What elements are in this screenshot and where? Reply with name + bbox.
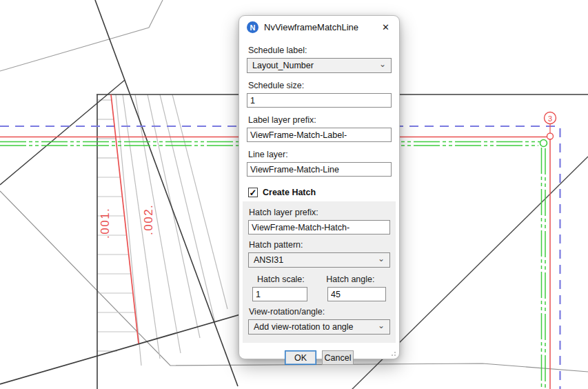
ok-button[interactable]: OK <box>285 350 316 365</box>
hatch-scale-label: Hatch scale: <box>257 275 310 284</box>
line-layer-input[interactable] <box>247 162 392 177</box>
line-layer-label: Line layer: <box>248 150 392 159</box>
schedule-bubble-number: 3 <box>548 114 552 123</box>
resize-grip[interactable] <box>390 350 396 357</box>
label-layer-prefix-label: Label layer prefix: <box>248 115 392 125</box>
view-rotation-label: View-rotation/angle: <box>249 307 390 317</box>
create-hatch-checkbox[interactable]: ✓ <box>248 188 258 197</box>
schedule-label-label: Schedule label: <box>248 46 392 55</box>
schedule-label-dropdown[interactable]: Layout_Number ⌄ <box>247 58 392 73</box>
hatch-angle-label: Hatch angle: <box>326 275 390 284</box>
matchline-label-001: .001. <box>99 208 112 239</box>
hatch-layer-prefix-input[interactable] <box>248 220 390 235</box>
hatch-scale-angle-inputs <box>248 287 390 301</box>
matchline-label-002: .002. <box>142 204 155 235</box>
red-corner-node <box>547 133 554 139</box>
cancel-button[interactable]: Cancel <box>322 350 354 365</box>
hatch-layer-prefix-label: Hatch layer prefix: <box>249 208 390 217</box>
close-icon[interactable]: ✕ <box>379 22 392 32</box>
hatch-scale-angle-labels: Hatch scale: Hatch angle: <box>248 275 390 284</box>
dialog-title: NvViewframeMatchLine <box>264 22 379 32</box>
dialog-buttons: OK Cancel <box>247 350 392 365</box>
dialog-titlebar: N NvViewframeMatchLine ✕ <box>239 16 399 33</box>
schedule-size-input[interactable] <box>247 93 392 108</box>
hatch-pattern-dropdown[interactable]: ANSI31 ⌄ <box>248 252 390 268</box>
create-hatch-row: ✓ Create Hatch <box>248 188 392 197</box>
hatch-pattern-label: Hatch pattern: <box>249 240 390 250</box>
create-hatch-label: Create Hatch <box>263 188 316 197</box>
schedule-bubble: 3 <box>545 112 556 124</box>
hatch-settings-panel: Hatch layer prefix: Hatch pattern: ANSI3… <box>243 201 396 343</box>
nvviewframematchline-dialog: N NvViewframeMatchLine ✕ Schedule label:… <box>239 15 400 359</box>
view-rotation-value: Add view-rotation to angle <box>254 322 354 332</box>
label-layer-prefix-input[interactable] <box>247 128 392 142</box>
hatch-pattern-value: ANSI31 <box>254 255 283 265</box>
schedule-label-value: Layout_Number <box>252 61 314 70</box>
hatch-angle-input[interactable] <box>327 287 386 301</box>
app-icon: N <box>247 21 258 33</box>
green-corner-node <box>540 140 547 147</box>
view-rotation-dropdown[interactable]: Add view-rotation to angle ⌄ <box>248 319 390 335</box>
hatch-scale-input[interactable] <box>252 287 307 301</box>
schedule-size-label: Schedule size: <box>248 81 392 90</box>
